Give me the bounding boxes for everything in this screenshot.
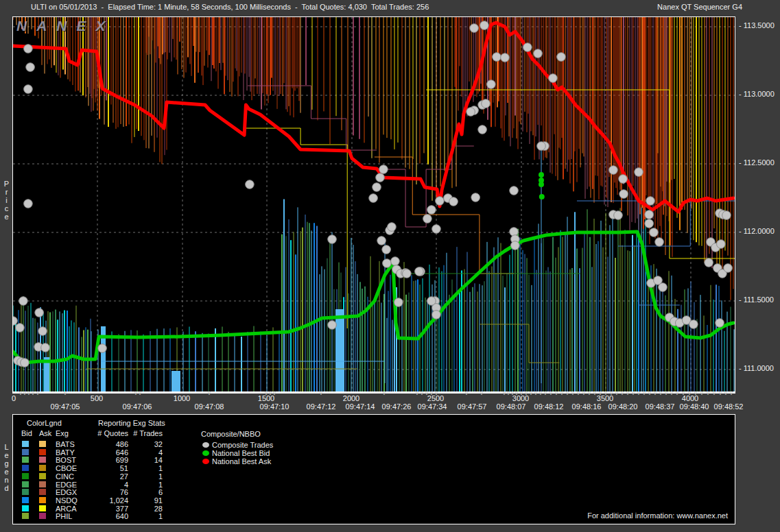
price-axis-label: P r i c e [2, 180, 11, 221]
nbbo-marker-icon [202, 442, 209, 448]
trade-caret-icon: ∨ [534, 390, 538, 396]
time-tick-label: 09:48:16 [572, 402, 602, 411]
price-chart-svg[interactable] [13, 17, 735, 391]
exchange-name: EDGX [56, 488, 77, 496]
trade-caret-icon: ∨ [524, 390, 528, 396]
trade-caret-icon: ∨ [718, 390, 722, 396]
trade-caret-icon: ∨ [620, 390, 624, 396]
price-tick-label: - 111.5000 [739, 295, 774, 304]
exchange-trade-count: 1 [131, 512, 163, 520]
ask-color-swatch [39, 457, 46, 463]
trade-caret-icon: ∨ [36, 390, 40, 396]
exchange-name: EDGE [56, 481, 77, 489]
time-tick-label: 09:47:26 [382, 402, 412, 411]
chart-plot-area[interactable] [12, 16, 735, 394]
exchange-name: CINC [56, 472, 74, 481]
trade-caret-icon: ∨ [425, 390, 429, 396]
price-tick-label: - 112.0000 [739, 227, 775, 235]
exchange-name: BOST [56, 456, 76, 464]
bid-color-swatch [22, 497, 29, 503]
trade-caret-icon: ∨ [420, 390, 424, 396]
trade-caret-icon: ∨ [670, 390, 674, 396]
trade-caret-icon: ∨ [515, 390, 519, 396]
trade-caret-icon: ∨ [138, 390, 142, 396]
quote-tick-label: 500 [91, 394, 103, 402]
legend-panel: ColorLgnd Reporting Exg Stats Bid Ask Ex… [12, 414, 735, 524]
ask-color-swatch [39, 505, 46, 511]
trade-caret-icon: ∨ [576, 390, 580, 396]
trade-caret-icon: ∨ [582, 390, 586, 396]
trade-caret-icon: ∨ [207, 390, 211, 396]
exchange-quote-count: 51 [94, 464, 128, 472]
exchange-quote-count: 699 [94, 456, 128, 464]
trade-caret-icon: ∨ [565, 390, 569, 396]
trade-caret-icon: ∨ [27, 390, 31, 396]
time-tick-label: 09:47:14 [346, 402, 375, 411]
col-header-exg: Exg [56, 429, 69, 437]
quote-tick-label: 1000 [174, 394, 190, 402]
time-tick-label: 09:48:40 [680, 402, 709, 411]
trade-caret-icon: ∨ [598, 390, 602, 396]
col-header-trades: # Trades [131, 429, 163, 437]
color-legend-title: ColorLgnd [27, 419, 62, 427]
time-tick-label: 09:47:34 [418, 402, 447, 411]
exchange-trade-count: 1 [131, 481, 163, 489]
trade-caret-icon: ∨ [502, 390, 506, 396]
trade-caret-icon: ∨ [724, 390, 728, 396]
exchange-trade-count: 28 [131, 505, 163, 513]
exchange-name: ARCA [56, 505, 77, 513]
ask-color-swatch [39, 497, 46, 503]
trade-caret-icon: ∨ [706, 390, 710, 396]
trade-caret-icon: ∨ [587, 390, 591, 396]
bid-color-swatch [22, 449, 29, 455]
trade-caret-icon: ∨ [615, 390, 619, 396]
time-tick-label: 09:47:10 [260, 402, 289, 411]
nanex-url-note: For additional information: www.nanex.ne… [587, 511, 728, 520]
trade-caret-icon: ∨ [480, 390, 484, 396]
ask-color-swatch [39, 473, 46, 479]
title-bar: ULTI on 05/01/2013 - Elapsed Time: 1 Min… [0, 0, 780, 13]
ask-color-swatch [39, 489, 46, 495]
exchange-trade-count: 1 [131, 472, 163, 481]
trade-caret-icon: ∨ [529, 390, 533, 396]
price-tick-label: - 113.0000 [739, 90, 775, 98]
trade-caret-icon: ∨ [604, 390, 608, 396]
col-header-bid: Bid [21, 429, 32, 437]
exchange-quote-count: 27 [94, 472, 128, 481]
trade-caret-icon: ∨ [519, 390, 523, 396]
exchange-name: CBOE [56, 464, 77, 472]
ask-color-swatch [39, 449, 46, 455]
trade-caret-icon: ∨ [631, 390, 635, 396]
trade-caret-icon: ∨ [382, 390, 386, 396]
trade-caret-icon: ∨ [319, 390, 323, 396]
exchange-trade-count: 6 [131, 488, 163, 496]
nbbo-item-label: National Best Bid [212, 449, 270, 457]
trade-caret-icon: ∨ [681, 390, 685, 396]
time-tick-label: 09:48:12 [534, 402, 564, 411]
trade-caret-icon: ∨ [712, 390, 716, 396]
exchange-name: BATY [56, 448, 75, 457]
time-tick-label: 09:47:06 [123, 402, 152, 411]
exg-stats-title: Reporting Exg Stats [98, 419, 165, 427]
trade-caret-icon: ∨ [272, 390, 276, 396]
exchange-trade-count: 14 [131, 456, 163, 464]
exchange-name: NSDQ [56, 496, 78, 505]
trade-caret-icon: ∨ [549, 390, 553, 396]
trade-caret-icon: ∨ [19, 390, 23, 396]
time-tick-label: 09:47:05 [51, 402, 80, 411]
legend-panel-label: L e g e n d [2, 443, 11, 492]
trade-caret-icon: ∨ [434, 390, 438, 396]
nbbo-marker-icon [202, 459, 209, 464]
trade-caret-icon: ∨ [700, 390, 704, 396]
nbbo-item-label: National Best Ask [212, 457, 271, 466]
time-tick-label: 09:48:52 [714, 402, 744, 411]
bid-color-swatch [22, 505, 29, 511]
trade-caret-icon: ∨ [560, 390, 564, 396]
col-header-ask: Ask [39, 429, 51, 437]
trade-caret-icon: ∨ [539, 390, 543, 396]
trade-caret-icon: ∨ [653, 390, 657, 396]
exchange-trade-count: 4 [131, 448, 163, 457]
trade-caret-icon: ∨ [134, 390, 138, 396]
ask-color-swatch [39, 481, 46, 487]
trade-caret-icon: ∨ [510, 390, 515, 396]
